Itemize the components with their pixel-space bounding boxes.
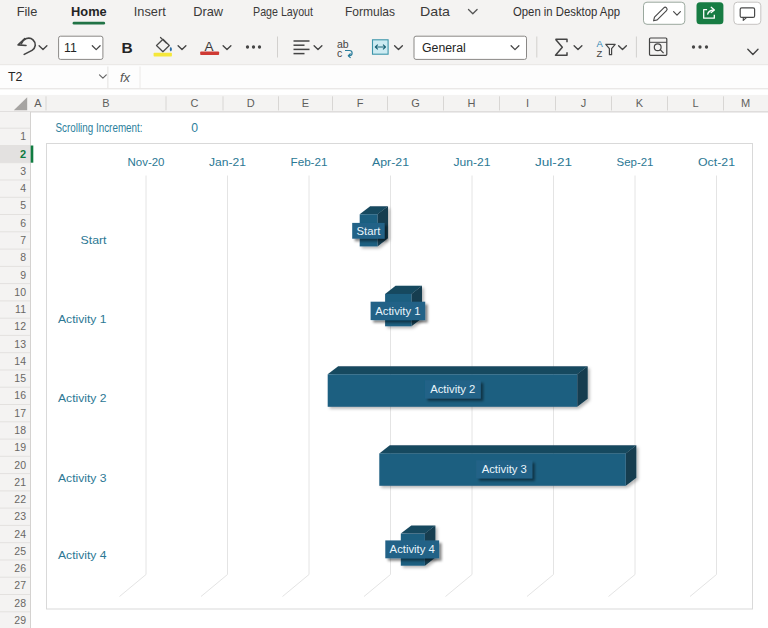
svg-text:General: General — [422, 41, 466, 55]
svg-text:Draw: Draw — [193, 4, 224, 19]
svg-text:Start: Start — [356, 225, 381, 237]
svg-text:D: D — [247, 97, 255, 109]
svg-text:C: C — [191, 97, 199, 109]
svg-text:2: 2 — [20, 148, 26, 160]
svg-text:28: 28 — [14, 597, 26, 609]
svg-text:Data: Data — [420, 4, 451, 19]
svg-text:Activity 3: Activity 3 — [58, 472, 107, 484]
svg-text:Activity 2: Activity 2 — [430, 383, 475, 395]
svg-text:H: H — [468, 97, 476, 109]
svg-text:7: 7 — [20, 234, 26, 246]
svg-text:Sep-21: Sep-21 — [617, 156, 654, 168]
svg-text:24: 24 — [14, 528, 26, 540]
svg-text:29: 29 — [14, 614, 26, 626]
svg-text:Apr-21: Apr-21 — [372, 156, 409, 168]
svg-text:J: J — [581, 97, 587, 109]
svg-text:20: 20 — [14, 459, 26, 471]
svg-text:Activity 4: Activity 4 — [58, 549, 107, 561]
svg-text:8: 8 — [20, 251, 26, 263]
svg-text:K: K — [636, 97, 644, 109]
svg-text:4: 4 — [20, 182, 26, 194]
svg-text:0: 0 — [191, 121, 198, 135]
svg-text:B: B — [122, 39, 133, 56]
svg-text:Page Layout: Page Layout — [253, 4, 313, 19]
svg-text:5: 5 — [20, 199, 26, 211]
svg-text:Activity 1: Activity 1 — [58, 313, 107, 325]
svg-text:Z: Z — [597, 48, 603, 59]
svg-text:9: 9 — [20, 269, 26, 281]
svg-text:Activity 2: Activity 2 — [58, 392, 107, 404]
svg-text:14: 14 — [14, 355, 26, 367]
svg-text:Jan-21: Jan-21 — [209, 156, 246, 168]
svg-text:18: 18 — [14, 424, 26, 436]
svg-text:10: 10 — [14, 286, 26, 298]
svg-text:A: A — [34, 97, 42, 109]
svg-text:3: 3 — [20, 165, 26, 177]
svg-text:11: 11 — [64, 41, 77, 55]
svg-text:B: B — [102, 97, 109, 109]
svg-text:F: F — [357, 97, 364, 109]
svg-text:15: 15 — [14, 372, 26, 384]
svg-text:26: 26 — [14, 562, 26, 574]
svg-text:Insert: Insert — [134, 4, 166, 19]
svg-text:Activity 3: Activity 3 — [482, 463, 527, 475]
svg-text:16: 16 — [14, 389, 26, 401]
svg-text:19: 19 — [14, 441, 26, 453]
svg-text:Home: Home — [71, 4, 107, 19]
svg-text:13: 13 — [14, 338, 26, 350]
svg-text:12: 12 — [14, 320, 26, 332]
svg-text:6: 6 — [20, 217, 26, 229]
svg-text:G: G — [411, 97, 420, 109]
svg-text:Activity 4: Activity 4 — [390, 543, 435, 555]
svg-text:27: 27 — [14, 579, 26, 591]
svg-text:Feb-21: Feb-21 — [291, 156, 328, 168]
svg-text:Jul-21: Jul-21 — [535, 156, 572, 168]
svg-text:Nov-20: Nov-20 — [128, 156, 165, 168]
svg-text:E: E — [302, 97, 309, 109]
svg-text:Jun-21: Jun-21 — [454, 156, 491, 168]
svg-text:L: L — [692, 97, 698, 109]
svg-text:Activity 1: Activity 1 — [375, 305, 420, 317]
svg-text:fx: fx — [120, 70, 131, 85]
svg-text:I: I — [526, 97, 529, 109]
svg-text:Open in Desktop App: Open in Desktop App — [513, 5, 620, 19]
svg-text:A: A — [204, 39, 213, 54]
svg-text:1: 1 — [20, 130, 26, 142]
svg-text:A: A — [597, 38, 604, 49]
svg-text:Formulas: Formulas — [345, 4, 395, 19]
svg-text:Oct-21: Oct-21 — [698, 156, 735, 168]
svg-text:17: 17 — [14, 407, 26, 419]
svg-text:11: 11 — [15, 303, 26, 315]
svg-text:21: 21 — [14, 476, 26, 488]
svg-text:M: M — [741, 97, 750, 109]
svg-text:Start: Start — [81, 234, 108, 246]
svg-text:File: File — [17, 4, 38, 19]
svg-text:23: 23 — [14, 510, 26, 522]
svg-text:25: 25 — [14, 545, 26, 557]
svg-text:Scrolling Increment:: Scrolling Increment: — [56, 121, 143, 135]
svg-text:22: 22 — [14, 493, 26, 505]
svg-text:T2: T2 — [8, 70, 23, 84]
svg-text:c: c — [337, 47, 342, 59]
